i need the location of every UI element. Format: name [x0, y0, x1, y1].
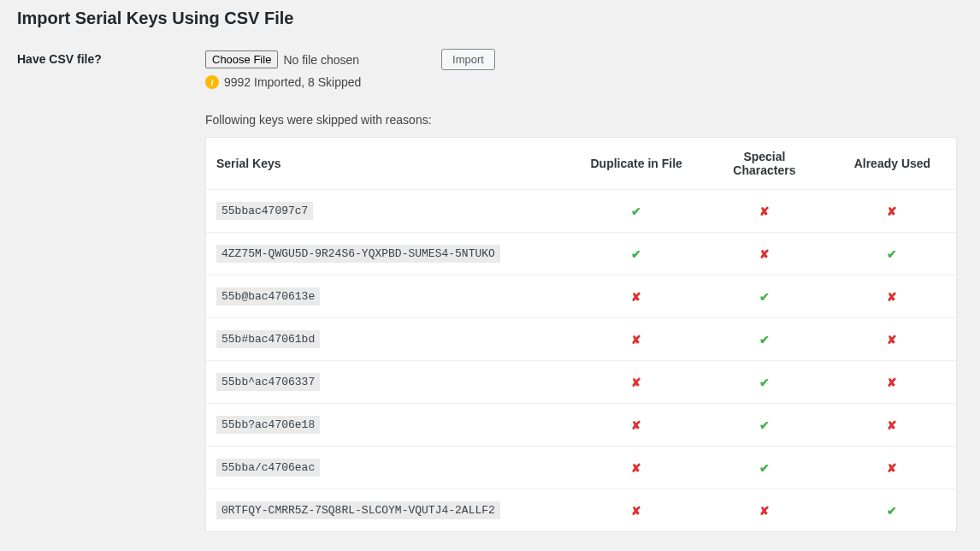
used-cell: ✔	[829, 233, 957, 276]
serial-key-cell: 55bba/c4706eac	[206, 447, 573, 489]
table-row: 4ZZ75M-QWGU5D-9R24S6-YQXPBD-SUMES4-5NTUK…	[206, 233, 957, 276]
serial-key-value: 4ZZ75M-QWGU5D-9R24S6-YQXPBD-SUMES4-5NTUK…	[216, 245, 500, 263]
table-row: 55bb?ac4706e18✘✔✘	[206, 404, 957, 447]
import-status: i 9992 Imported, 8 Skipped	[205, 75, 963, 89]
choose-file-button[interactable]: Choose File	[205, 50, 278, 68]
serial-key-cell: 4ZZ75M-QWGU5D-9R24S6-YQXPBD-SUMES4-5NTUK…	[206, 233, 573, 276]
skipped-intro-text: Following keys were skipped with reasons…	[205, 113, 963, 127]
table-row: 55b#bac47061bd✘✔✘	[206, 318, 957, 361]
cross-icon: ✘	[887, 333, 897, 347]
duplicate-cell: ✘	[572, 447, 700, 489]
header-special: Special Characters	[700, 138, 829, 190]
cross-icon: ✘	[631, 504, 641, 518]
used-cell: ✘	[829, 318, 957, 361]
csv-label: Have CSV file?	[17, 49, 205, 66]
used-cell: ✔	[829, 489, 957, 532]
check-icon: ✔	[759, 333, 770, 347]
import-button[interactable]: Import	[441, 49, 495, 70]
check-icon: ✔	[759, 461, 770, 475]
duplicate-cell: ✘	[572, 318, 700, 361]
table-row: 0RTFQY-CMRR5Z-7SQ8RL-SLCOYM-VQUTJ4-2ALLF…	[206, 489, 957, 532]
special-cell: ✔	[700, 404, 829, 447]
serial-key-value: 0RTFQY-CMRR5Z-7SQ8RL-SLCOYM-VQUTJ4-2ALLF…	[216, 501, 500, 519]
cross-icon: ✘	[887, 376, 897, 389]
skipped-keys-table: Serial Keys Duplicate in File Special Ch…	[205, 137, 957, 532]
cross-icon: ✘	[887, 461, 897, 475]
serial-key-cell: 55bb^ac4706337	[206, 361, 573, 404]
serial-key-value: 55bbac47097c7	[216, 202, 313, 220]
used-cell: ✘	[829, 276, 957, 318]
table-row: 55bb^ac4706337✘✔✘	[206, 361, 957, 404]
cross-icon: ✘	[887, 418, 897, 432]
check-icon: ✔	[887, 247, 897, 261]
serial-key-value: 55bba/c4706eac	[216, 459, 320, 477]
used-cell: ✘	[829, 447, 957, 489]
check-icon: ✔	[631, 204, 641, 218]
serial-key-cell: 0RTFQY-CMRR5Z-7SQ8RL-SLCOYM-VQUTJ4-2ALLF…	[206, 489, 573, 532]
special-cell: ✘	[700, 233, 829, 276]
serial-key-cell: 55b#bac47061bd	[206, 318, 573, 361]
table-row: 55b@bac470613e✘✔✘	[206, 276, 957, 318]
cross-icon: ✘	[887, 204, 897, 218]
serial-key-cell: 55b@bac470613e	[206, 276, 573, 318]
header-used: Already Used	[829, 138, 957, 190]
cross-icon: ✘	[631, 418, 641, 432]
duplicate-cell: ✘	[572, 489, 700, 532]
import-status-text: 9992 Imported, 8 Skipped	[224, 75, 361, 89]
header-serial-keys: Serial Keys	[206, 138, 573, 190]
used-cell: ✘	[829, 404, 957, 447]
serial-key-value: 55bb?ac4706e18	[216, 416, 320, 434]
cross-icon: ✘	[631, 376, 641, 389]
serial-key-cell: 55bbac47097c7	[206, 190, 573, 233]
duplicate-cell: ✘	[572, 404, 700, 447]
cross-icon: ✘	[631, 290, 641, 304]
used-cell: ✘	[829, 190, 957, 233]
duplicate-cell: ✘	[572, 361, 700, 404]
cross-icon: ✘	[887, 290, 897, 304]
check-icon: ✔	[759, 376, 770, 389]
special-cell: ✔	[700, 447, 829, 489]
used-cell: ✘	[829, 361, 957, 404]
duplicate-cell: ✘	[572, 276, 700, 318]
cross-icon: ✘	[759, 247, 770, 261]
special-cell: ✘	[700, 190, 829, 233]
table-header-row: Serial Keys Duplicate in File Special Ch…	[206, 138, 957, 190]
csv-upload-row: Have CSV file? Choose File No file chose…	[17, 49, 963, 532]
special-cell: ✔	[700, 318, 829, 361]
special-cell: ✘	[700, 489, 829, 532]
no-file-chosen-text: No file chosen	[283, 53, 359, 67]
serial-key-cell: 55bb?ac4706e18	[206, 404, 573, 447]
special-cell: ✔	[700, 276, 829, 318]
special-cell: ✔	[700, 361, 829, 404]
serial-key-value: 55b@bac470613e	[216, 287, 320, 305]
page-title: Import Serial Keys Using CSV File	[17, 9, 963, 28]
cross-icon: ✘	[759, 204, 770, 218]
check-icon: ✔	[631, 247, 641, 261]
check-icon: ✔	[759, 418, 770, 432]
table-row: 55bbac47097c7✔✘✘	[206, 190, 957, 233]
check-icon: ✔	[759, 290, 770, 304]
table-row: 55bba/c4706eac✘✔✘	[206, 447, 957, 489]
serial-key-value: 55bb^ac4706337	[216, 373, 320, 391]
duplicate-cell: ✔	[572, 233, 700, 276]
header-duplicate: Duplicate in File	[572, 138, 700, 190]
serial-key-value: 55b#bac47061bd	[216, 330, 320, 348]
duplicate-cell: ✔	[572, 190, 700, 233]
info-icon: i	[205, 75, 219, 89]
cross-icon: ✘	[759, 504, 770, 518]
check-icon: ✔	[887, 504, 897, 518]
cross-icon: ✘	[631, 333, 641, 347]
cross-icon: ✘	[631, 461, 641, 475]
